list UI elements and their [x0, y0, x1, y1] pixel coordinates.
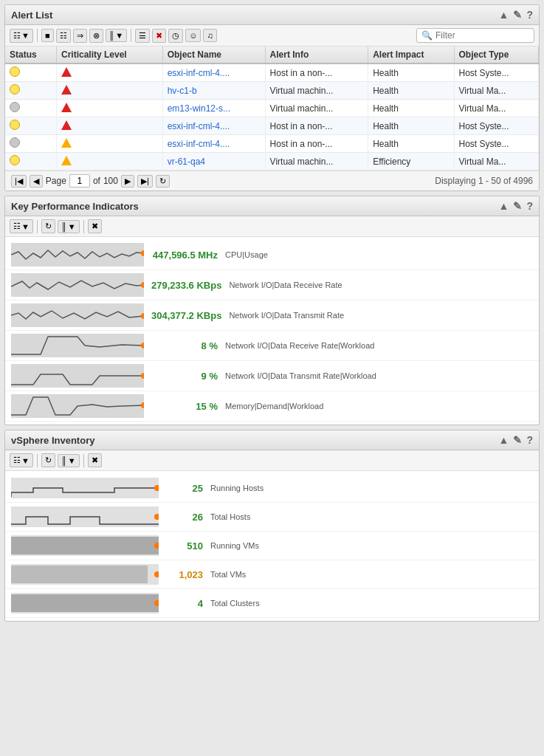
first-page-btn[interactable]: |◀ — [11, 175, 27, 188]
object-link[interactable]: hv-c1-b — [168, 86, 197, 96]
table-row[interactable]: hv-c1-b Virtual machin... Health Virtual… — [5, 82, 539, 100]
user-btn[interactable]: ☺ — [185, 29, 201, 42]
table-row[interactable]: esxi-inf-cml-4.... Host in a non-... Hea… — [5, 63, 539, 82]
kpi-refresh-btn[interactable]: ↻ — [41, 219, 55, 233]
inv-sep1 — [37, 454, 38, 467]
dropdown-arrow: ▼ — [21, 31, 30, 40]
kpi-label: Network I/O|Data Transmit Rate — [229, 311, 344, 320]
object-name-cell[interactable]: vr-61-qa4 — [162, 153, 265, 171]
users-btn[interactable]: ♫ — [203, 29, 216, 42]
help-icon[interactable]: ? — [526, 9, 533, 21]
inventory-row: 25Running Hosts — [5, 474, 539, 503]
alert-impact-cell: Health — [368, 135, 454, 153]
inv-close-btn[interactable]: ✖ — [88, 453, 102, 467]
kpi-help-icon[interactable]: ? — [526, 200, 533, 212]
next-page-btn[interactable]: ▶ — [121, 175, 134, 188]
table-row[interactable]: em13-win12-s... Virtual machin... Health… — [5, 100, 539, 117]
page-input[interactable] — [69, 174, 90, 188]
inv-cal-arrow: ▼ — [68, 456, 76, 465]
crit-warn-icon — [61, 138, 72, 148]
kpi-row: 447,596.5 MHzCPU|Usage — [5, 240, 539, 270]
object-link[interactable]: vr-61-qa4 — [168, 157, 205, 167]
inv-collapse-icon[interactable]: ▲ — [499, 434, 509, 446]
alert-table: Status Criticality Level Object Name Ale… — [5, 47, 539, 171]
inventory-value: 1,023 — [166, 569, 203, 580]
object-type-cell: Virtual Ma... — [454, 153, 538, 171]
object-name-cell[interactable]: esxi-inf-cml-4.... — [162, 135, 265, 153]
status-icon — [10, 120, 20, 130]
kpi-dropdown-arrow: ▼ — [21, 222, 30, 231]
inventory-row: 1,023Total VMs — [5, 560, 539, 589]
collapse-icon[interactable]: ▲ — [499, 9, 509, 21]
delete-btn[interactable]: ✖ — [152, 29, 166, 43]
object-link[interactable]: esxi-inf-cml-4.... — [168, 121, 230, 131]
time-btn[interactable]: ◷ — [168, 29, 183, 43]
list-btn[interactable]: ☰ — [135, 29, 150, 43]
refresh-btn[interactable]: ↻ — [156, 175, 170, 188]
table-row[interactable]: esxi-inf-cml-4.... Host in a non-... Hea… — [5, 135, 539, 153]
object-link[interactable]: esxi-inf-cml-4.... — [168, 68, 230, 78]
inventory-sparkline — [11, 593, 159, 614]
criticality-cell — [56, 63, 162, 82]
object-name-cell[interactable]: esxi-inf-cml-4.... — [162, 117, 265, 135]
kpi-view-btn[interactable]: ☷ ▼ — [10, 219, 33, 233]
kpi-sep1 — [37, 220, 38, 233]
crit-red-icon — [61, 103, 72, 112]
filter-btn[interactable]: ⊗ — [89, 29, 103, 43]
inv-help-icon[interactable]: ? — [526, 434, 533, 446]
kpi-edit-icon[interactable]: ✎ — [513, 200, 522, 212]
kpi-row: 9 %Network I/O|Data Transmit Rate|Worklo… — [5, 361, 539, 391]
table-row[interactable]: vr-61-qa4 Virtual machin... Efficiency V… — [5, 153, 539, 171]
kpi-close-btn[interactable]: ✖ — [88, 219, 102, 233]
filter-input[interactable] — [435, 30, 524, 41]
object-type-cell: Virtual Ma... — [454, 82, 538, 100]
status-icon — [10, 137, 20, 148]
inventory-value: 4 — [166, 598, 203, 609]
inventory-sparkline — [11, 535, 159, 556]
table-row[interactable]: esxi-inf-cml-4.... Host in a non-... Hea… — [5, 117, 539, 135]
inventory-label: Total Hosts — [210, 512, 250, 521]
kpi-cal-icon: ║ — [61, 222, 67, 231]
view-mode-btn[interactable]: ☷ ▼ — [10, 29, 33, 43]
criticality-cell — [56, 117, 162, 135]
object-link[interactable]: em13-win12-s... — [168, 103, 230, 114]
kpi-value: 9 % — [151, 371, 218, 382]
object-name-cell[interactable]: hv-c1-b — [162, 82, 265, 100]
status-cell — [5, 63, 56, 82]
kpi-row: 279,233.6 KBpsNetwork I/O|Data Receive R… — [5, 270, 539, 300]
criticality-cell — [56, 135, 162, 153]
inventory-value: 25 — [166, 483, 203, 494]
export-btn[interactable]: ⇒ — [73, 29, 87, 43]
inv-refresh-btn[interactable]: ↻ — [41, 453, 55, 467]
alert-info-cell: Host in a non-... — [265, 63, 368, 82]
edit-icon[interactable]: ✎ — [513, 9, 522, 21]
kpi-cal-arrow: ▼ — [68, 222, 76, 231]
feed-btn[interactable]: ■ — [41, 29, 54, 42]
inv-view-btn[interactable]: ☷ ▼ — [10, 453, 33, 467]
prev-page-btn[interactable]: ◀ — [30, 175, 43, 188]
calendar-btn[interactable]: ║ ▼ — [106, 29, 128, 42]
object-type-cell: Host Syste... — [454, 63, 538, 82]
kpi-sep2 — [83, 220, 84, 233]
last-page-btn[interactable]: ▶| — [137, 175, 153, 188]
inventory-content: 25Running Hosts26Total Hosts510Running V… — [5, 471, 539, 621]
search-icon: 🔍 — [421, 30, 433, 41]
kpi-collapse-icon[interactable]: ▲ — [499, 200, 509, 212]
kpi-sparkline — [11, 243, 144, 267]
object-name-cell[interactable]: em13-win12-s... — [162, 100, 265, 117]
object-name-cell[interactable]: esxi-inf-cml-4.... — [162, 63, 265, 82]
kpi-calendar-btn[interactable]: ║ ▼ — [58, 220, 80, 233]
inventory-header: vSphere Inventory ▲ ✎ ? — [5, 430, 539, 450]
dropdown-arrow2: ▼ — [115, 31, 123, 40]
alert-impact-cell: Health — [368, 117, 454, 135]
inv-edit-icon[interactable]: ✎ — [513, 434, 522, 446]
col-status: Status — [5, 47, 56, 63]
filter-box[interactable]: 🔍 — [416, 28, 534, 43]
status-cell — [5, 135, 56, 153]
sep1 — [37, 29, 38, 42]
alert-info-cell: Virtual machin... — [265, 153, 368, 171]
inventory-row: 26Total Hosts — [5, 503, 539, 532]
table-view-btn[interactable]: ☷ — [56, 29, 71, 43]
object-link[interactable]: esxi-inf-cml-4.... — [168, 139, 230, 149]
inv-calendar-btn[interactable]: ║ ▼ — [58, 454, 80, 467]
